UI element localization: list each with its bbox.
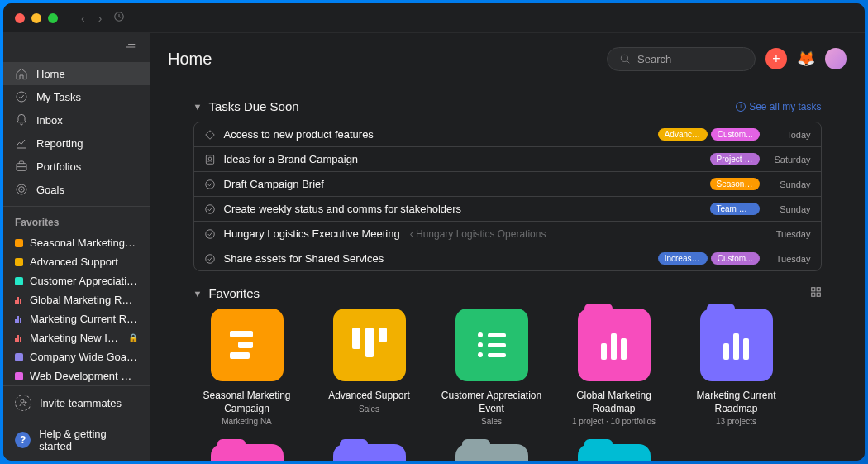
task-tag[interactable]: Advance...	[658, 128, 708, 141]
history-icon[interactable]	[113, 11, 125, 25]
circle-icon[interactable]	[204, 253, 216, 265]
sidebar-favorite-item[interactable]: Customer Appreciatio...	[3, 271, 150, 290]
nav-item-inbox[interactable]: Inbox	[3, 108, 150, 132]
nav-item-my-tasks[interactable]: My Tasks	[3, 85, 150, 108]
sidebar-favorite-item[interactable]: Global Marketing Roa...	[3, 290, 150, 309]
nav-item-reporting[interactable]: Reporting	[3, 132, 150, 155]
task-tag[interactable]: Custom...	[711, 252, 760, 265]
task-row[interactable]: Create weekly status and comms for stake…	[194, 197, 821, 222]
tasks-section: ▼ Tasks Due Soon i See all my tasks Acce…	[193, 99, 822, 271]
task-row[interactable]: Draft Campaign Brief Seasona... Sunday	[194, 172, 821, 197]
sidebar-favorite-item[interactable]: Advanced Support	[3, 252, 150, 271]
forward-button[interactable]: ›	[98, 12, 103, 25]
circle-icon[interactable]	[204, 203, 216, 215]
card-name: Global Marketing Roadmap	[560, 390, 668, 415]
nav-item-goals[interactable]: Goals	[3, 178, 150, 201]
favorites-card-grid-row2	[193, 444, 822, 461]
invite-teammates-button[interactable]: Invite teammates	[3, 386, 150, 419]
sidebar-toggle-icon[interactable]	[3, 33, 150, 57]
nav-item-home[interactable]: Home	[3, 62, 150, 85]
favorite-card[interactable]	[438, 444, 546, 461]
nav-label: Home	[36, 68, 65, 80]
task-tags: Team W...	[710, 203, 760, 215]
tasks-section-title: Tasks Due Soon	[208, 99, 298, 113]
task-row[interactable]: Hungary Logistics Executive Meeting ‹ Hu…	[194, 222, 821, 246]
favorite-label: Advanced Support	[30, 256, 138, 268]
see-all-tasks-link[interactable]: i See all my tasks	[736, 101, 821, 112]
close-window-button[interactable]	[15, 13, 25, 23]
favorite-label: Global Marketing Roa...	[30, 294, 138, 306]
avatar[interactable]	[825, 48, 847, 69]
task-tags: Increase...Custom...	[658, 252, 760, 265]
card-tile	[578, 444, 651, 461]
approval-icon[interactable]	[204, 154, 216, 165]
sidebar-favorite-item[interactable]: Web Development Sp...	[3, 366, 150, 385]
favorite-label: Marketing Current Ro...	[30, 313, 138, 325]
task-tag[interactable]: Project I...	[710, 153, 760, 165]
card-tile	[578, 309, 651, 381]
bell-icon	[15, 113, 28, 127]
favorite-label: Customer Appreciatio...	[30, 275, 138, 287]
svg-point-5	[21, 189, 21, 189]
favorite-card[interactable]: Seasonal Marketing Campaign Marketing NA	[193, 309, 301, 426]
section-collapse-icon[interactable]: ▼	[193, 102, 203, 112]
task-date: Sunday	[768, 179, 811, 189]
search-placeholder: Search	[637, 53, 671, 65]
milestone-icon[interactable]	[204, 129, 216, 141]
help-button[interactable]: ? Help & getting started	[3, 419, 150, 461]
chart-line-icon	[15, 136, 28, 150]
favorite-card[interactable]	[560, 444, 668, 461]
favorite-card[interactable]	[316, 444, 423, 461]
card-subtitle: 13 projects	[716, 417, 756, 426]
svg-point-4	[19, 187, 25, 193]
search-input[interactable]: Search	[607, 47, 756, 71]
svg-rect-8	[206, 155, 213, 164]
task-tag[interactable]: Seasona...	[710, 178, 760, 190]
briefcase-icon	[15, 160, 28, 173]
task-title: Access to new product features	[224, 128, 374, 141]
favorite-card[interactable]: Marketing Current Roadmap 13 projects	[683, 309, 790, 426]
card-subtitle: Sales	[481, 417, 502, 426]
task-row[interactable]: Access to new product features Advance..…	[194, 122, 821, 147]
task-date: Today	[768, 130, 811, 140]
card-tile	[333, 309, 406, 381]
card-subtitle: Marketing NA	[222, 417, 272, 426]
minimize-window-button[interactable]	[31, 13, 41, 23]
maximize-window-button[interactable]	[48, 13, 58, 23]
task-row[interactable]: Ideas for a Brand Campaign Project I... …	[194, 147, 821, 172]
sidebar-favorite-item[interactable]: Seasonal Marketing C...	[3, 233, 150, 252]
card-name: Marketing Current Roadmap	[683, 390, 790, 415]
task-tag[interactable]: Custom...	[711, 128, 760, 141]
grid-view-icon[interactable]	[810, 286, 822, 300]
sidebar-favorites-list: Seasonal Marketing C...Advanced SupportC…	[3, 233, 150, 385]
task-tags: Seasona...	[710, 178, 760, 190]
sidebar-favorites-header: Favorites	[3, 206, 150, 233]
task-tag[interactable]: Increase...	[658, 252, 708, 265]
svg-point-3	[17, 184, 26, 194]
favorite-card[interactable]: Global Marketing Roadmap 1 project · 10 …	[560, 309, 668, 426]
card-name: Seasonal Marketing Campaign	[193, 390, 301, 415]
sidebar-footer: Invite teammates ? Help & getting starte…	[3, 385, 150, 461]
card-tile	[455, 309, 528, 381]
circle-icon[interactable]	[204, 228, 216, 240]
upgrade-icon[interactable]: 🦊	[797, 50, 815, 68]
task-row[interactable]: Share assets for Shared Services Increas…	[194, 246, 821, 270]
nav-list: HomeMy TasksInboxReportingPortfoliosGoal…	[3, 57, 150, 206]
sidebar-favorite-item[interactable]: Company Wide Goals ...	[3, 347, 150, 366]
favorite-card[interactable]	[193, 444, 301, 461]
circle-icon[interactable]	[204, 179, 216, 190]
task-date: Saturday	[768, 155, 811, 165]
favorites-section-title: Favorites	[208, 286, 260, 300]
nav-item-portfolios[interactable]: Portfolios	[3, 155, 150, 178]
favorite-card[interactable]: Customer Appreciation Event Sales	[438, 309, 546, 426]
nav-label: Inbox	[36, 114, 63, 127]
section-collapse-icon[interactable]: ▼	[193, 289, 203, 299]
back-button[interactable]: ‹	[81, 12, 85, 25]
add-button[interactable]: +	[765, 48, 787, 69]
titlebar: ‹ ›	[3, 3, 865, 33]
sidebar-favorite-item[interactable]: Marketing New Init...🔒	[3, 328, 150, 347]
task-tag[interactable]: Team W...	[710, 203, 760, 215]
task-title: Draft Campaign Brief	[224, 178, 324, 190]
sidebar-favorite-item[interactable]: Marketing Current Ro...	[3, 309, 150, 328]
favorite-card[interactable]: Advanced Support Sales	[316, 309, 423, 426]
